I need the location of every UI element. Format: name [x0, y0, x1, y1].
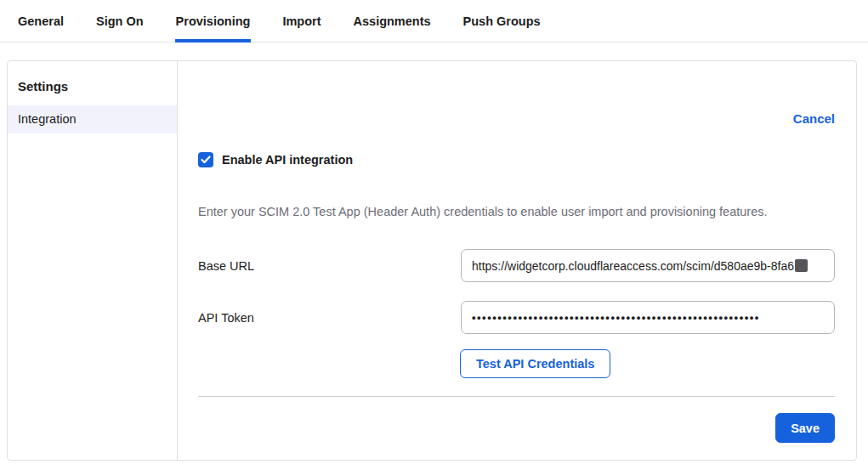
save-button[interactable]: Save [775, 413, 835, 443]
content-header: Cancel [198, 111, 835, 126]
test-api-credentials-button[interactable]: Test API Credentials [460, 349, 610, 378]
base-url-row: Base URL https://widgetcorp.cloudflareac… [198, 249, 835, 282]
enable-api-integration-row: Enable API integration [198, 152, 835, 167]
selected-text-block [795, 259, 808, 272]
footer-divider [198, 396, 835, 397]
credentials-description: Enter your SCIM 2.0 Test App (Header Aut… [198, 205, 835, 218]
footer: Save [198, 413, 835, 443]
button-row-spacer [198, 349, 460, 378]
sidebar-header: Settings [8, 72, 177, 105]
tab-push-groups[interactable]: Push Groups [462, 14, 542, 42]
tab-general[interactable]: General [17, 14, 65, 42]
base-url-value: https://widgetcorp.cloudflareaccess.com/… [472, 259, 794, 273]
tab-import[interactable]: Import [281, 14, 321, 42]
tab-bar: General Sign On Provisioning Import Assi… [0, 0, 868, 42]
api-token-input[interactable]: ••••••••••••••••••••••••••••••••••••••••… [461, 301, 835, 334]
settings-sidebar: Settings Integration [8, 61, 178, 460]
tab-assignments[interactable]: Assignments [353, 14, 432, 42]
base-url-label: Base URL [198, 259, 461, 273]
tab-provisioning[interactable]: Provisioning [175, 14, 252, 42]
provisioning-panel: Settings Integration Cancel Enable API i… [7, 60, 857, 461]
enable-api-integration-label: Enable API integration [222, 153, 353, 167]
api-token-masked-value: ••••••••••••••••••••••••••••••••••••••••… [472, 311, 760, 324]
test-credentials-row: Test API Credentials [198, 349, 835, 378]
tab-sign-on[interactable]: Sign On [95, 14, 145, 42]
base-url-input[interactable]: https://widgetcorp.cloudflareaccess.com/… [461, 249, 835, 282]
sidebar-item-integration[interactable]: Integration [8, 105, 177, 133]
cancel-link[interactable]: Cancel [793, 111, 835, 126]
api-token-label: API Token [198, 311, 461, 325]
integration-content: Cancel Enable API integration Enter your… [178, 61, 856, 460]
checkmark-icon [201, 156, 211, 164]
enable-api-integration-checkbox[interactable] [198, 152, 213, 167]
api-token-row: API Token ••••••••••••••••••••••••••••••… [198, 301, 835, 334]
